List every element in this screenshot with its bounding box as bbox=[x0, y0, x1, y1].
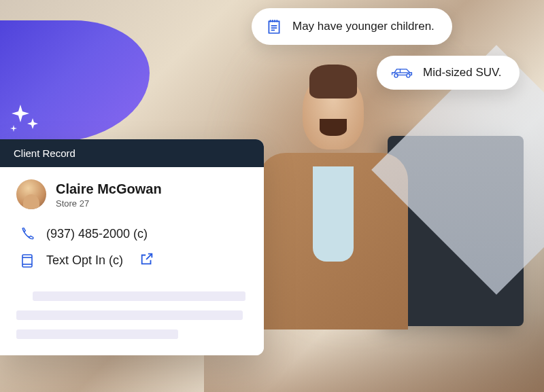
svg-point-7 bbox=[407, 74, 410, 77]
notepad-icon bbox=[265, 18, 283, 35]
client-store: Store 27 bbox=[56, 198, 162, 209]
car-icon bbox=[390, 65, 413, 80]
bubble-text: Mid-sized SUV. bbox=[423, 66, 502, 79]
card-header: Client Record bbox=[0, 139, 264, 167]
client-record-card: Client Record Claire McGowan Store 27 (9… bbox=[0, 139, 264, 355]
skeleton-line bbox=[33, 291, 245, 301]
bubble-text: May have younger children. bbox=[292, 20, 435, 33]
client-header-row: Claire McGowan Store 27 bbox=[16, 179, 248, 209]
svg-rect-0 bbox=[22, 255, 32, 267]
client-name: Claire McGowan bbox=[56, 181, 162, 197]
insight-bubble-suv: Mid-sized SUV. bbox=[377, 56, 520, 90]
insight-bubble-children: May have younger children. bbox=[252, 8, 452, 45]
text-opt-label: Text Opt In (c) bbox=[46, 253, 123, 268]
person-silhouette bbox=[245, 75, 422, 333]
device-icon bbox=[19, 253, 35, 269]
card-title: Client Record bbox=[14, 147, 75, 159]
svg-point-6 bbox=[394, 74, 398, 77]
skeleton-line bbox=[16, 310, 243, 320]
avatar bbox=[16, 179, 46, 209]
external-link-icon[interactable] bbox=[139, 251, 154, 270]
phone-icon bbox=[19, 226, 35, 242]
text-opt-row[interactable]: Text Opt In (c) bbox=[16, 247, 248, 274]
skeleton-line bbox=[16, 329, 178, 339]
phone-row[interactable]: (937) 485-2000 (c) bbox=[16, 221, 248, 246]
sparkle-icon bbox=[8, 102, 41, 137]
phone-number: (937) 485-2000 (c) bbox=[46, 227, 148, 241]
card-body: Claire McGowan Store 27 (937) 485-2000 (… bbox=[0, 167, 264, 355]
